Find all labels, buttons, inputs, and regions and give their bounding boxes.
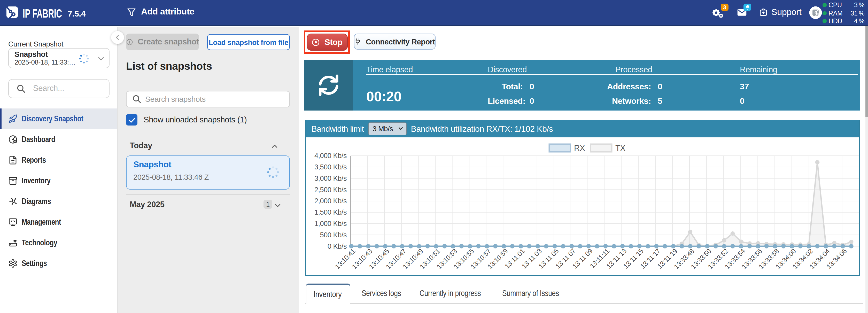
svg-text:3,500 Kb/s: 3,500 Kb/s <box>314 163 347 171</box>
svg-text:2,000 Kb/s: 2,000 Kb/s <box>314 197 347 205</box>
svg-text:2,500 Kb/s: 2,500 Kb/s <box>314 186 347 194</box>
svg-text:1,000 Kb/s: 1,000 Kb/s <box>314 220 347 227</box>
svg-text:4,000 Kb/s: 4,000 Kb/s <box>314 152 347 160</box>
svg-text:500 Kb/s: 500 Kb/s <box>320 231 347 239</box>
svg-text:0 Kb/s: 0 Kb/s <box>328 243 347 250</box>
svg-text:RX: RX <box>574 144 585 153</box>
svg-text:1,500 Kb/s: 1,500 Kb/s <box>314 209 347 216</box>
svg-text:3,000 Kb/s: 3,000 Kb/s <box>314 175 347 182</box>
svg-text:TX: TX <box>615 144 626 153</box>
